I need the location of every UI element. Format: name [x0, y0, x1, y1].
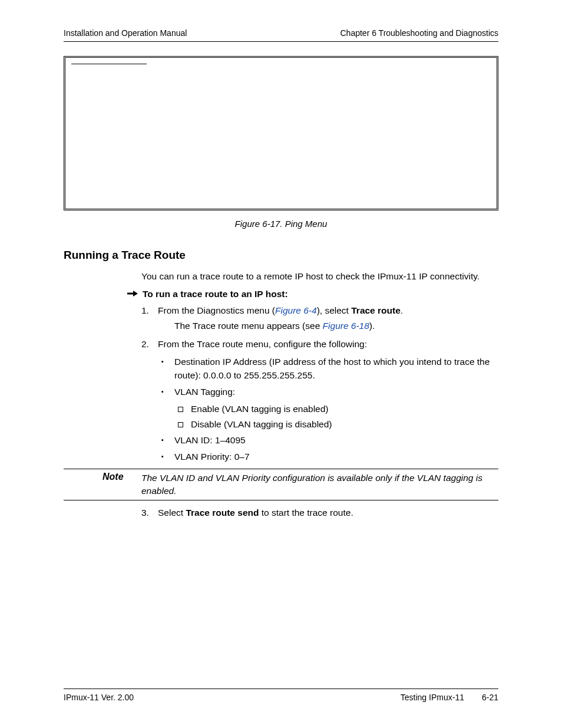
bullet-destination-ip: Destination IP Address (IP address of th… — [158, 355, 498, 382]
note-label: Note — [64, 472, 141, 498]
footer-section-title: Testing IPmux-11 — [401, 693, 464, 702]
figure-caption: Figure 6-17. Ping Menu — [64, 219, 498, 229]
step-3: 3. Select Trace route send to start the … — [141, 506, 498, 519]
step-3-text-b: to start the trace route. — [259, 508, 353, 518]
step-1-text-c: . — [401, 305, 403, 315]
link-figure-6-18[interactable]: Figure 6-18 — [323, 321, 369, 331]
bullet-vlan-id: VLAN ID: 1–4095 — [158, 434, 498, 447]
step-1-sub-b: ). — [369, 321, 375, 331]
note-block: Note The VLAN ID and VLAN Priority confi… — [64, 469, 498, 500]
procedure-arrow-icon — [127, 289, 143, 299]
note-text: The VLAN ID and VLAN Priority configurat… — [141, 472, 498, 498]
procedure-heading: To run a trace route to an IP host: — [143, 289, 288, 299]
step-1-text-a: From the Diagnostics menu ( — [158, 305, 275, 315]
header-rule — [64, 41, 498, 42]
option-enable: Enable (VLAN tagging is enabled) — [174, 403, 498, 416]
intro-paragraph: You can run a trace route to a remote IP… — [141, 270, 498, 283]
bullet-vlan-tagging: VLAN Tagging: — [158, 386, 498, 398]
header-left: Installation and Operation Manual — [64, 28, 187, 38]
step-3-text-a: Select — [158, 508, 186, 518]
link-figure-6-4[interactable]: Figure 6-4 — [275, 305, 317, 315]
step-1: 1. From the Diagnostics menu (Figure 6-4… — [141, 304, 498, 333]
footer-rule — [64, 689, 498, 689]
footer-page-number: 6-21 — [482, 693, 498, 702]
step-3-bold: Trace route send — [186, 508, 259, 518]
step-1-sub-a: The Trace route menu appears (see — [174, 321, 323, 331]
step-2-text: From the Trace route menu, configure the… — [158, 339, 367, 349]
step-1-text-b: ), select — [317, 305, 352, 315]
section-heading: Running a Trace Route — [64, 249, 498, 262]
option-disable: Disable (VLAN tagging is disabled) — [174, 418, 498, 431]
step-2: 2. From the Trace route menu, configure … — [141, 338, 498, 351]
header-right: Chapter 6 Troubleshooting and Diagnostic… — [340, 28, 498, 38]
figure-box — [64, 56, 498, 210]
figure-inner-rule — [71, 64, 147, 64]
bullet-vlan-priority: VLAN Priority: 0–7 — [158, 450, 498, 463]
footer-left: IPmux-11 Ver. 2.00 — [64, 693, 134, 702]
step-1-bold: Trace route — [351, 305, 401, 315]
